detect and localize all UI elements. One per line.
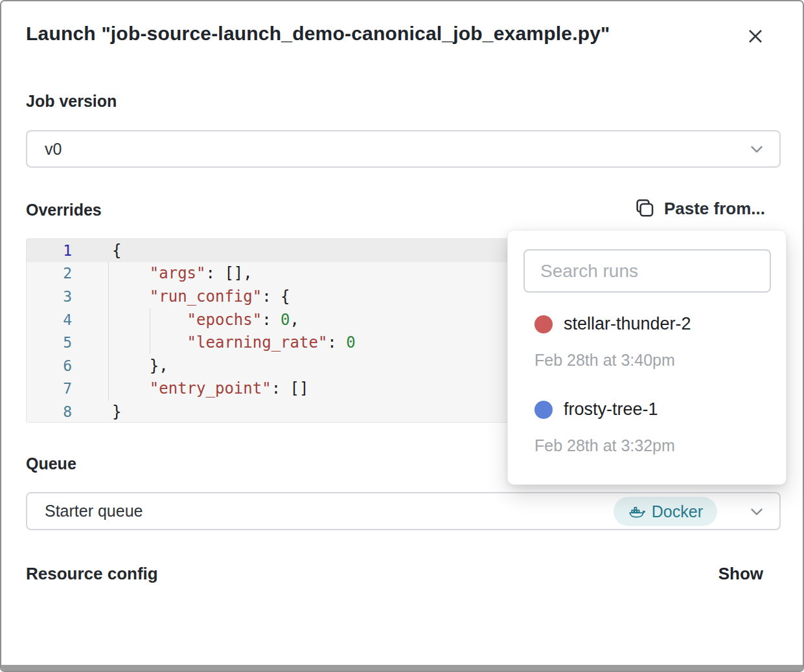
run-timestamp: Feb 28th at 3:40pm (534, 351, 786, 370)
code-token: 0 (346, 333, 355, 352)
line-number: 2 (27, 265, 72, 282)
code-token: "entry_point" (150, 379, 271, 398)
line-number: 7 (27, 380, 72, 397)
job-version-value: v0 (27, 140, 62, 159)
line-number: 4 (27, 311, 72, 328)
code-line-content: "epochs": 0, (72, 311, 299, 329)
chevron-down-icon (747, 139, 766, 159)
run-item-header: stellar-thunder-2 (534, 314, 786, 334)
code-line-content: "entry_point": [] (72, 379, 308, 398)
code-token: } (112, 403, 121, 421)
dialog-title: Launch "job-source-launch_demo-canonical… (26, 23, 610, 45)
run-item-header: frosty-tree-1 (534, 399, 786, 420)
run-name: frosty-tree-1 (564, 399, 658, 420)
run-list-item[interactable]: frosty-tree-1Feb 28th at 3:32pm (508, 399, 786, 455)
code-token (112, 311, 187, 329)
show-resource-config-button[interactable]: Show (718, 564, 763, 584)
close-icon (744, 25, 766, 47)
paste-from-button[interactable]: Paste from... (634, 197, 765, 219)
run-name: stellar-thunder-2 (564, 314, 691, 334)
paste-from-label: Paste from... (664, 199, 765, 219)
search-runs-input[interactable] (523, 249, 771, 293)
job-version-label: Job version (26, 92, 117, 111)
code-line-content: "args": [], (72, 264, 253, 282)
line-number: 8 (27, 403, 72, 420)
line-number: 6 (27, 357, 72, 374)
code-line-content: }, (72, 357, 168, 375)
launch-dialog: Launch "job-source-launch_demo-canonical… (0, 0, 804, 672)
chevron-down-icon (747, 502, 766, 521)
overrides-label: Overrides (26, 201, 102, 219)
queue-label: Queue (26, 454, 76, 473)
code-token (112, 333, 187, 352)
code-line-content: "run_config": { (72, 287, 290, 306)
code-token: }, (112, 357, 168, 375)
code-token: "learning_rate" (187, 333, 328, 352)
run-color-dot (534, 315, 553, 333)
line-number: 5 (27, 334, 72, 351)
run-list-item[interactable]: stellar-thunder-2Feb 28th at 3:40pm (508, 314, 786, 370)
job-version-select[interactable]: v0 (26, 130, 781, 168)
docker-badge: Docker (614, 497, 717, 526)
code-line-content: } (72, 403, 121, 421)
code-token: : [], (206, 264, 253, 282)
code-token: , (290, 311, 299, 329)
code-token: "run_config" (150, 287, 262, 306)
docker-icon (628, 502, 645, 520)
code-token (112, 287, 150, 306)
dialog-bottom-edge (1, 665, 803, 671)
run-color-dot (534, 401, 553, 419)
code-line-content: { (72, 241, 121, 260)
code-token: "args" (150, 264, 206, 282)
queue-value: Starter queue (27, 502, 143, 521)
run-timestamp: Feb 28th at 3:32pm (534, 436, 786, 455)
resource-config-label: Resource config (26, 564, 158, 584)
line-number: 3 (27, 288, 72, 305)
code-token (112, 379, 150, 398)
code-token: : [] (271, 379, 309, 398)
close-button[interactable] (742, 23, 768, 49)
code-token: : (327, 333, 346, 352)
docker-badge-label: Docker (652, 502, 703, 521)
code-token: { (112, 241, 121, 260)
code-token (112, 264, 150, 282)
line-number: 1 (27, 242, 72, 259)
run-list: stellar-thunder-2Feb 28th at 3:40pmfrost… (508, 293, 786, 455)
code-line-content: "learning_rate": 0 (72, 333, 356, 352)
code-token: : (262, 311, 281, 329)
code-token: 0 (281, 311, 290, 329)
copy-icon (634, 197, 656, 219)
queue-select[interactable]: Starter queue Docker (26, 492, 781, 530)
code-token: "epochs" (187, 311, 262, 329)
code-token: : { (262, 287, 290, 306)
run-picker-popup: stellar-thunder-2Feb 28th at 3:40pmfrost… (507, 230, 787, 485)
